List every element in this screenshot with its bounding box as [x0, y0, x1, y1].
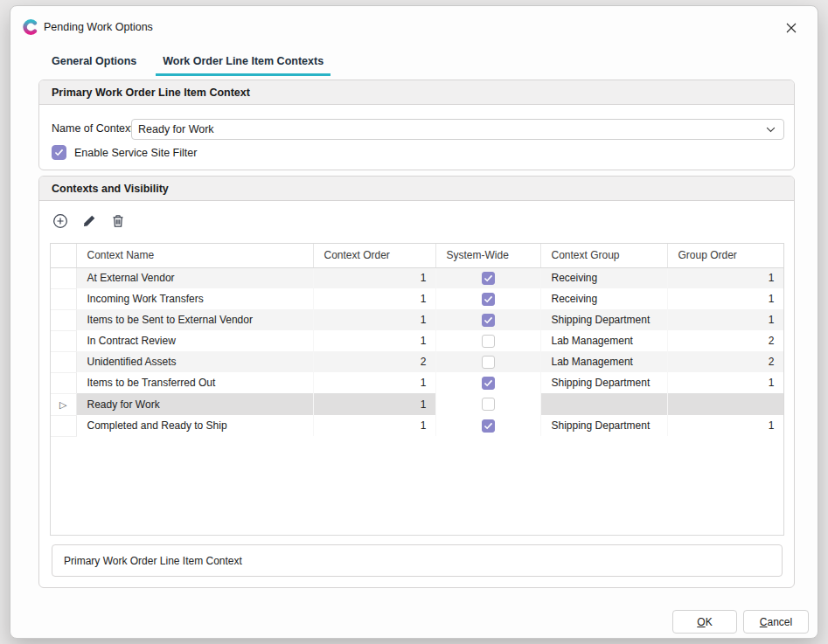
column-header-context-name[interactable]: Context Name [76, 244, 313, 267]
row-selector-cell[interactable] [51, 351, 76, 372]
context-group-cell[interactable] [540, 393, 667, 415]
system-wide-checkbox[interactable] [482, 377, 495, 390]
contexts-visibility-group-title: Contexts and Visibility [39, 177, 794, 201]
close-icon[interactable] [781, 17, 802, 38]
primary-context-group: Primary Work Order Line Item Context Nam… [38, 80, 795, 170]
group-order-cell[interactable]: 1 [667, 267, 783, 288]
plus-circle-icon [52, 213, 68, 232]
row-selector-cell[interactable] [51, 415, 76, 436]
system-wide-cell[interactable] [435, 415, 540, 436]
table-row[interactable]: Items to be Transferred Out1Shipping Dep… [51, 372, 783, 393]
context-group-cell[interactable]: Shipping Department [540, 415, 667, 436]
selected-context-status-text: Primary Work Order Line Item Context [64, 555, 242, 567]
system-wide-cell[interactable] [435, 351, 540, 372]
system-wide-cell[interactable] [435, 372, 540, 393]
context-name-cell[interactable]: Items to be Transferred Out [76, 372, 313, 393]
context-order-cell[interactable]: 1 [313, 372, 435, 393]
context-group-cell[interactable]: Shipping Department [540, 309, 667, 330]
row-selector-cell[interactable] [51, 267, 76, 288]
context-name-cell[interactable]: Incoming Work Transfers [76, 288, 313, 309]
context-name-cell[interactable]: Ready for Work [76, 393, 313, 415]
pending-work-options-dialog: Pending Work Options General Options Wor… [10, 5, 818, 639]
row-selector-cell[interactable] [51, 309, 76, 330]
selected-context-status: Primary Work Order Line Item Context [52, 544, 783, 577]
row-selector-cell[interactable] [51, 288, 76, 309]
system-wide-checkbox[interactable] [482, 335, 495, 348]
table-row[interactable]: Incoming Work Transfers1Receiving1 [51, 288, 783, 309]
system-wide-cell[interactable] [435, 309, 540, 330]
tab-work-order-line-item-contexts[interactable]: Work Order Line Item Contexts [156, 50, 331, 76]
context-order-cell[interactable]: 1 [313, 393, 435, 415]
delete-context-button[interactable] [109, 213, 127, 231]
system-wide-cell[interactable] [435, 288, 540, 309]
tab-bar: General Options Work Order Line Item Con… [45, 50, 331, 76]
context-order-cell[interactable]: 1 [313, 415, 435, 436]
system-wide-cell[interactable] [435, 330, 540, 351]
context-group-cell[interactable]: Lab Management [540, 351, 667, 372]
enable-service-site-filter-checkbox[interactable]: Enable Service Site Filter [52, 145, 197, 160]
edit-context-button[interactable] [80, 213, 98, 231]
chevron-down-icon [766, 123, 776, 135]
tab-general-options[interactable]: General Options [45, 50, 143, 76]
row-selector-cell[interactable]: ▷ [51, 393, 76, 415]
group-order-cell[interactable]: 1 [667, 288, 783, 309]
context-group-cell[interactable]: Receiving [540, 288, 667, 309]
system-wide-checkbox[interactable] [482, 419, 495, 433]
system-wide-cell[interactable] [435, 267, 540, 288]
app-logo-icon [23, 19, 38, 35]
context-order-cell[interactable]: 1 [313, 309, 435, 330]
context-name-cell[interactable]: Completed and Ready to Ship [76, 415, 313, 436]
context-name-cell[interactable]: Unidentified Assets [76, 351, 313, 372]
group-order-cell[interactable] [667, 393, 783, 415]
table-row[interactable]: In Contract Review1Lab Management2 [51, 330, 783, 351]
table-row[interactable]: At External Vendor1Receiving1 [51, 267, 783, 288]
trash-icon [111, 214, 125, 231]
name-of-context-dropdown[interactable]: Ready for Work [131, 119, 784, 140]
context-name-cell[interactable]: In Contract Review [76, 330, 313, 351]
system-wide-checkbox[interactable] [482, 293, 495, 306]
contexts-table[interactable]: Context Name Context Order System-Wide C… [50, 243, 784, 536]
table-row[interactable]: Items to be Sent to External Vendor1Ship… [51, 309, 783, 330]
column-header-context-order[interactable]: Context Order [313, 244, 435, 267]
group-order-cell[interactable]: 2 [667, 330, 783, 351]
system-wide-checkbox[interactable] [482, 314, 495, 327]
group-order-cell[interactable]: 1 [667, 372, 783, 393]
context-order-cell[interactable]: 1 [313, 267, 435, 288]
system-wide-cell[interactable] [435, 393, 540, 415]
row-selector-cell[interactable] [51, 372, 76, 393]
system-wide-checkbox[interactable] [482, 356, 495, 369]
table-header-row: Context Name Context Order System-Wide C… [51, 244, 783, 267]
context-order-cell[interactable]: 2 [313, 351, 435, 372]
ok-button[interactable]: OK [672, 610, 737, 634]
enable-service-site-filter-label: Enable Service Site Filter [74, 147, 197, 159]
system-wide-checkbox[interactable] [482, 272, 495, 285]
column-header-context-group[interactable]: Context Group [540, 244, 667, 267]
context-name-cell[interactable]: Items to be Sent to External Vendor [76, 309, 313, 330]
window-title: Pending Work Options [44, 21, 153, 33]
table-row[interactable]: Completed and Ready to Ship1Shipping Dep… [51, 415, 783, 436]
current-row-arrow-icon: ▷ [59, 399, 66, 410]
context-order-cell[interactable]: 1 [313, 288, 435, 309]
group-order-cell[interactable]: 1 [667, 309, 783, 330]
grid-toolbar [52, 213, 127, 231]
context-group-cell[interactable]: Shipping Department [540, 372, 667, 393]
cancel-button[interactable]: Cancel [743, 610, 809, 634]
name-of-context-label: Name of Context [52, 122, 134, 135]
column-header-group-order[interactable]: Group Order [667, 244, 783, 267]
checkbox-icon [52, 145, 66, 160]
row-selector-header [51, 244, 76, 267]
group-order-cell[interactable]: 1 [667, 415, 783, 436]
table-row[interactable]: ▷Ready for Work1 [51, 393, 783, 415]
group-order-cell[interactable]: 2 [667, 351, 783, 372]
table-row[interactable]: Unidentified Assets2Lab Management2 [51, 351, 783, 372]
row-selector-cell[interactable] [51, 330, 76, 351]
context-order-cell[interactable]: 1 [313, 330, 435, 351]
context-group-cell[interactable]: Lab Management [540, 330, 667, 351]
contexts-visibility-group: Contexts and Visibility [38, 176, 795, 588]
context-name-cell[interactable]: At External Vendor [76, 267, 313, 288]
context-group-cell[interactable]: Receiving [540, 267, 667, 288]
add-context-button[interactable] [52, 213, 69, 231]
system-wide-checkbox[interactable] [482, 398, 495, 411]
primary-context-group-title: Primary Work Order Line Item Context [39, 80, 794, 105]
column-header-system-wide[interactable]: System-Wide [435, 244, 540, 267]
